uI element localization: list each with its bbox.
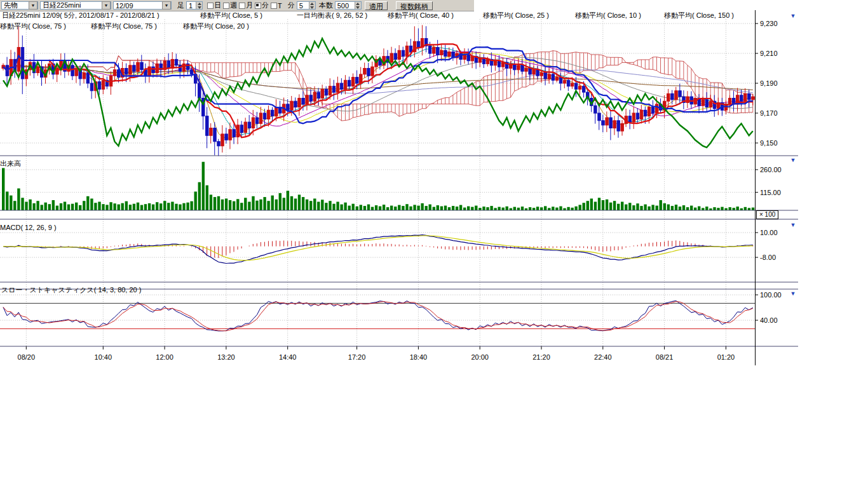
- indicator-label-ichimoku: 一目均衡表( 9, 26, 52 ): [297, 11, 367, 20]
- period-option-month[interactable]: 月: [239, 1, 253, 10]
- indicator-label-ma75a: 移動平均( Close, 75 ): [0, 22, 66, 31]
- macd-axis-label: -8.00: [760, 254, 776, 261]
- apply-button[interactable]: 適用: [365, 1, 388, 10]
- indicator-label-ma150: 移動平均( Close, 150 ): [664, 11, 734, 20]
- stoch-pane-scroll-arrow-icon[interactable]: ▼: [789, 290, 797, 297]
- price-axis-label: 9,170: [760, 109, 778, 117]
- contract-month-select[interactable]: 12/09 ▼: [113, 1, 172, 10]
- symbol-select[interactable]: 日経225mini ▼: [40, 1, 111, 10]
- multi-symbol-button[interactable]: 複数銘柄: [396, 1, 433, 10]
- indicator-label-ma10: 移動平均( Close, 10 ): [575, 11, 641, 20]
- indicator-label-ma5: 移動平均( Close, 5 ): [200, 11, 262, 20]
- minute-label: 分: [288, 1, 295, 10]
- price-axis-label: 9,230: [760, 20, 778, 27]
- chevron-down-icon: ▼: [162, 1, 171, 10]
- macd-pane-label: MACD( 12, 26, 9 ): [0, 224, 57, 231]
- volume-axis-label: 260.00: [760, 166, 782, 173]
- radio-icon: [207, 3, 214, 9]
- stoch-axis-label: 40.00: [760, 316, 778, 324]
- period-option-month-label: 月: [246, 1, 253, 10]
- time-axis-label: 01:20: [717, 353, 735, 361]
- instrument-type-value: 先物: [4, 1, 27, 10]
- time-axis-label: 08/21: [656, 353, 674, 361]
- macd-pane-scroll-arrow-icon[interactable]: ▼: [789, 222, 797, 229]
- period-option-minute-label: 分: [262, 1, 269, 10]
- time-axis-label: 13:20: [217, 353, 235, 361]
- macd-axis-label: 10.00: [760, 229, 778, 236]
- macd-pane[interactable]: [0, 220, 755, 282]
- period-option-week-label: 週: [230, 1, 237, 10]
- volume-axis-label: 115.00: [760, 189, 781, 196]
- period-option-day-label: 日: [214, 1, 221, 10]
- period-option-tick-label: T: [278, 2, 282, 10]
- time-axis-label: 21:20: [532, 353, 550, 361]
- price-axis-label: 9,190: [760, 79, 778, 87]
- price-axis-label: 9,150: [760, 139, 778, 147]
- period-option-week[interactable]: 週: [223, 1, 237, 10]
- price-axis-label: 9,210: [760, 50, 778, 57]
- bars-input[interactable]: 500: [335, 1, 362, 10]
- volume-pane-label: 出来高: [0, 159, 21, 168]
- volume-multiplier-badge: × 100: [756, 210, 778, 219]
- toolbar: 先物 ▼ 日経225mini ▼ 12/09 ▼ 足 1 日 週 月: [0, 0, 474, 11]
- indicator-label-ma75b: 移動平均( Close, 75 ): [91, 22, 157, 31]
- chevron-down-icon: ▼: [102, 1, 111, 10]
- volume-pane[interactable]: [0, 156, 755, 210]
- timeframe-input[interactable]: 1: [186, 1, 203, 10]
- indicator-label-ma40: 移動平均( Close, 40 ): [388, 11, 454, 20]
- symbol-value: 日経225mini: [43, 1, 100, 10]
- spinner-icon[interactable]: [355, 2, 361, 9]
- bars-label: 本数: [319, 1, 333, 10]
- volume-pane-scroll-arrow-icon[interactable]: ▼: [789, 157, 797, 164]
- price-pane-scroll-arrow-icon[interactable]: ▼: [789, 13, 797, 20]
- radio-checked-icon: [255, 3, 261, 9]
- indicator-label-ma20: 移動平均( Close, 20 ): [183, 22, 249, 31]
- radio-icon: [223, 3, 229, 9]
- time-axis-label: 08/20: [18, 353, 36, 361]
- time-axis-label: 12:00: [156, 353, 173, 361]
- radio-icon: [271, 3, 277, 9]
- instrument-type-select[interactable]: 先物 ▼: [1, 1, 38, 10]
- chart-app: 先物 ▼ 日経225mini ▼ 12/09 ▼ 足 1 日 週 月: [0, 0, 868, 488]
- timeframe-label: 足: [177, 1, 184, 10]
- chart-title: 日経225mini 12/09( 5分, 2012/08/17 - 2012/0…: [2, 11, 159, 20]
- stoch-axis-label: 100.00: [760, 291, 782, 299]
- price-pane[interactable]: [0, 10, 755, 156]
- bars-value: 500: [337, 2, 355, 10]
- timeframe-value: 1: [189, 2, 196, 10]
- time-axis-label: 10:40: [95, 353, 112, 361]
- minute-input[interactable]: 5: [297, 1, 316, 10]
- period-option-day[interactable]: 日: [207, 1, 221, 10]
- contract-month-value: 12/09: [116, 2, 161, 10]
- minute-value: 5: [299, 2, 309, 10]
- time-axis-label: 18:40: [410, 353, 428, 361]
- period-option-minute[interactable]: 分: [255, 1, 269, 10]
- indicator-label-ma25: 移動平均( Close, 25 ): [483, 11, 549, 20]
- time-axis-label: 22:40: [594, 353, 612, 361]
- time-axis-label: 20:00: [471, 353, 489, 361]
- radio-icon: [239, 3, 245, 9]
- spinner-icon[interactable]: [196, 2, 202, 9]
- time-axis-label: 17:20: [348, 353, 366, 361]
- chevron-down-icon: ▼: [29, 1, 37, 10]
- stoch-pane[interactable]: [0, 290, 755, 346]
- time-axis-label: 14:40: [279, 353, 297, 361]
- period-option-tick[interactable]: T: [271, 2, 282, 10]
- stoch-pane-label: スロー・ストキャスティクス( 14, 3, 80, 20 ): [1, 285, 141, 295]
- spinner-icon[interactable]: [309, 2, 315, 9]
